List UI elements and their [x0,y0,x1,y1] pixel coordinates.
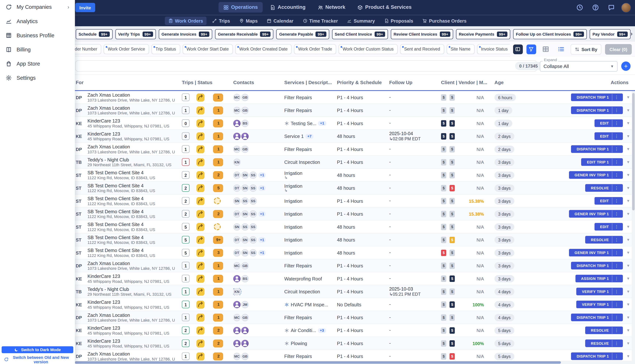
table-row[interactable]: DPZach Xmas Location1073 Lakeshore Drive… [0,143,635,156]
trip-count-chip[interactable]: 1 [182,301,190,308]
vendor-invoice-icon[interactable]: $ [450,250,455,256]
vendor-invoice-icon[interactable]: $ [450,275,455,282]
row-expand-chevron-icon[interactable]: ▾ [627,315,629,320]
primary-action-button[interactable]: ASSIGN TRIP 1⋮ [575,275,623,282]
primary-action-button[interactable]: GENER INV TRIP 1⋮ [569,210,623,218]
row-expand-chevron-icon[interactable]: ▾ [627,328,629,333]
row-expand-chevron-icon[interactable]: ▾ [627,134,629,139]
contact-avatar[interactable]: SS [249,249,257,256]
trip-count-chip[interactable]: 2 [182,197,190,205]
primary-action-button[interactable]: DISPATCH TRIP 1⋮ [571,106,623,114]
row-expand-chevron-icon[interactable]: ▾ [627,198,629,204]
table-row[interactable]: KEKinderCare 12345 Whippany Road, Whippa… [0,337,635,350]
contact-avatar[interactable]: GB [241,262,249,269]
contact-avatar[interactable] [233,340,241,347]
filter-chip-work-order-created-date[interactable]: Work Order Created Date [235,44,291,54]
vendor-invoice-icon[interactable]: $ [450,198,455,204]
table-row[interactable]: STSB Test Demo Client Site 41122 King Rd… [0,246,635,259]
contact-avatar[interactable] [241,132,249,140]
table-view-toggle[interactable] [540,45,551,53]
vendor-invoice-icon[interactable]: $ [450,133,455,140]
primary-action-button[interactable]: EDIT⋮ [594,132,623,140]
contact-avatar[interactable]: SN [241,236,249,243]
row-expand-chevron-icon[interactable]: ▾ [627,160,629,165]
contact-avatar[interactable]: GB [241,106,249,114]
table-row[interactable]: TBTeddy's - Night Club29 Northeast 11th … [0,156,635,168]
primary-action-button[interactable]: VERIFY TRIP 1⋮ [576,288,623,295]
trip-count-chip[interactable]: 1 [182,352,190,360]
table-row[interactable]: KEKinderCare 12345 Whippany Road, Whippa… [0,324,635,337]
contact-avatar[interactable]: SN [241,171,249,179]
sub-tab-time-tracker[interactable]: Time Tracker [299,16,342,25]
client-invoice-icon[interactable]: $ [441,120,446,126]
client-invoice-icon[interactable]: $ [441,288,446,294]
horizontal-scrollbar[interactable] [75,361,632,364]
action-menu-dots[interactable]: ⋮ [612,223,620,230]
primary-action-button[interactable]: RESOLVE⋮ [585,326,623,334]
chevron-right-icon[interactable]: › [630,30,632,37]
filter-chip-work-order-trade[interactable]: Work Order Trade [294,44,336,54]
contact-avatar[interactable]: KN [233,288,241,295]
top-tab-product-services[interactable]: Product & Services [353,2,416,12]
action-menu-dots[interactable]: ⋮ [612,327,620,334]
add-work-order-button[interactable]: + [621,62,630,71]
primary-action-button[interactable]: DISPATCH TRIP 1⋮ [571,145,623,153]
action-menu-dots[interactable]: ⋮ [612,94,620,101]
filter-chip-work-order-custom-status[interactable]: Work Order Custom Status [339,44,398,54]
primary-action-button[interactable]: GENER INV TRIP 1⋮ [569,171,623,179]
bulk-action-pay-vendor[interactable]: Pay Vendor99+ [590,29,630,39]
contact-avatar[interactable] [233,132,241,140]
contact-avatar[interactable] [233,120,241,127]
row-expand-chevron-icon[interactable]: ▾ [627,224,629,230]
trip-count-chip[interactable]: 1 [182,145,190,153]
contact-avatar[interactable]: MC [233,262,241,269]
trip-count-chip[interactable]: 2 [182,340,190,347]
contact-avatar[interactable]: MC [233,106,241,114]
vendor-invoice-icon[interactable]: $ [450,211,455,217]
filter-chip-sent-and-received[interactable]: Sent and Received [400,44,444,54]
contact-avatar[interactable]: SN [233,223,241,230]
sub-tab-purchase-orders[interactable]: Purchase Orders [419,16,470,25]
trip-count-chip[interactable]: 2 [182,210,190,218]
trip-count-chip[interactable]: 2 [182,326,190,334]
list-view-toggle[interactable] [555,45,567,53]
contact-avatar[interactable]: MC [233,146,241,153]
client-invoice-icon[interactable]: $ [441,301,446,308]
sub-tab-trips[interactable]: Trips [209,16,233,25]
table-row[interactable]: STSB Test Demo Client Site 41122 King Rd… [0,208,635,220]
contact-avatar[interactable]: JM [241,301,249,308]
row-expand-chevron-icon[interactable]: ▾ [627,237,629,242]
client-invoice-icon[interactable]: $ [441,250,446,256]
contact-avatar[interactable]: SS [249,236,257,243]
contact-avatar[interactable]: GB [241,314,249,321]
table-row[interactable]: STSB Test Demo Client Site 41122 King Rd… [0,169,635,182]
client-invoice-icon[interactable]: $ [441,146,446,152]
sub-tab-summary[interactable]: Summary [344,16,379,25]
action-menu-dots[interactable]: ⋮ [612,146,620,152]
filter-button[interactable] [526,44,536,54]
action-menu-dots[interactable]: ⋮ [612,301,620,308]
client-invoice-icon[interactable]: $ [441,172,446,178]
sidebar-item-business-profile[interactable]: Business Profile [0,28,75,42]
row-expand-chevron-icon[interactable]: ▾ [627,120,629,126]
switch-dark-mode-button[interactable]: Switch to Dark Mode [2,346,73,353]
action-menu-dots[interactable]: ⋮ [612,184,620,191]
top-tab-operations[interactable]: Operations [219,2,263,12]
sub-tab-maps[interactable]: Maps [236,16,261,25]
contact-avatar[interactable]: MC [233,352,241,360]
chat-button[interactable] [605,4,617,12]
action-menu-dots[interactable]: ⋮ [612,275,620,282]
vendor-invoice-icon[interactable]: $ [450,224,455,230]
trip-count-chip[interactable]: 1 [182,106,190,114]
contact-avatar[interactable]: BS [241,275,249,282]
bulk-action-generate-receivable[interactable]: Generate Receivable99+ [215,29,273,39]
bulk-action-follow-up-on-client-invoices[interactable]: Follow Up on Client Invoices99+ [513,29,587,39]
vendor-invoice-icon[interactable]: $ [450,288,455,294]
filter-chip-site-name[interactable]: Site Name [447,44,475,54]
primary-action-button[interactable]: RESOLVE⋮ [585,184,623,192]
row-expand-chevron-icon[interactable]: ▾ [627,94,629,100]
client-invoice-icon[interactable]: $ [441,185,446,191]
action-menu-dots[interactable]: ⋮ [612,340,620,346]
vendor-invoice-icon[interactable]: $ [450,327,455,334]
contact-avatar[interactable]: DT [233,249,241,256]
